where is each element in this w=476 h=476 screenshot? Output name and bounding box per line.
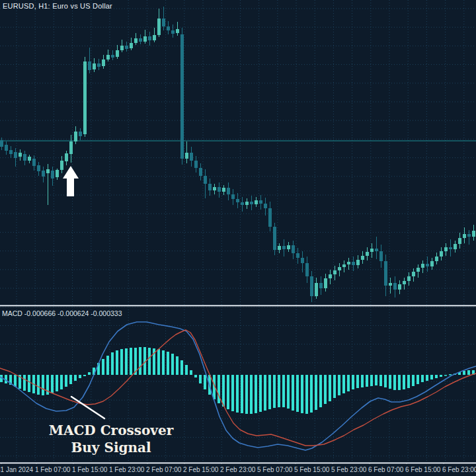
x-axis-label: 2 Feb 15:00	[183, 466, 218, 473]
chart-canvas[interactable]	[0, 0, 476, 476]
x-axis-label: 5 Feb 15:00	[294, 466, 329, 473]
x-axis-label: 6 Feb 23:00	[442, 466, 476, 473]
x-axis-label: 1 Feb 15:00	[72, 466, 107, 473]
chart-window: EURUSD, H1: Euro vs US Dollar MACD -0.00…	[0, 0, 476, 476]
x-axis-label: 1 Feb 07:00	[35, 466, 70, 473]
x-axis-label: 6 Feb 07:00	[368, 466, 403, 473]
x-axis-label: 2 Feb 23:00	[220, 466, 255, 473]
x-axis-label: 2 Feb 07:00	[146, 466, 181, 473]
x-axis-label: 5 Feb 07:00	[257, 466, 292, 473]
x-axis-label: 6 Feb 15:00	[405, 466, 440, 473]
candlestick-series	[0, 7, 475, 302]
x-axis-label: 1 Feb 23:00	[109, 466, 144, 473]
x-axis-label: 31 Jan 2024	[0, 466, 33, 473]
x-axis-label: 5 Feb 23:00	[331, 466, 366, 473]
macd-histogram	[0, 347, 475, 414]
buy-arrow-icon	[63, 166, 79, 196]
time-axis: 31 Jan 20241 Feb 07:001 Feb 15:001 Feb 2…	[0, 464, 476, 476]
